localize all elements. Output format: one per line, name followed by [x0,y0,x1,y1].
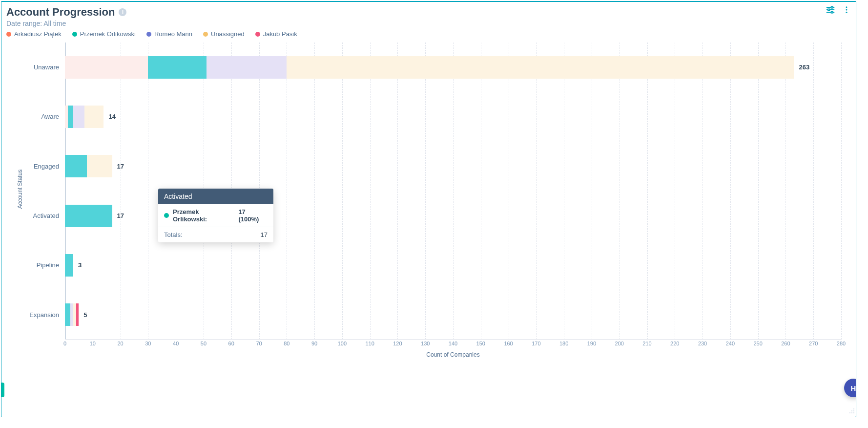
bar-segment[interactable] [68,106,73,128]
bar-total-label: 17 [117,163,124,170]
svg-rect-4 [828,9,829,10]
stacked-bar[interactable] [65,205,112,227]
legend-item[interactable]: Unassigned [203,30,245,38]
legend-label: Jakub Pasik [263,30,297,38]
x-tick-label: 140 [449,341,457,346]
svg-point-10 [851,410,852,411]
tooltip-series-value: 17 (100%) [238,208,268,223]
chart-legend: Arkadiusz PiątekPrzemek OrlikowskiRomeo … [6,30,851,38]
resize-handle-icon[interactable] [848,407,855,416]
x-tick-label: 30 [145,341,151,346]
bar-segment[interactable] [287,56,794,79]
bar-total-label: 3 [78,261,82,269]
legend-label: Arkadiusz Piątek [14,30,62,38]
bar-segment[interactable] [65,155,87,177]
bar-total-label: 263 [799,64,809,71]
tooltip-total-value: 17 [261,231,268,238]
x-tick-label: 0 [63,341,66,346]
svg-point-12 [849,412,850,413]
svg-rect-3 [831,6,833,8]
x-tick-label: 110 [365,341,374,346]
card-title: Account Progression [6,6,115,19]
x-tick-label: 150 [476,341,485,346]
svg-point-6 [846,6,847,8]
x-tick-label: 260 [781,341,790,346]
tooltip-total-label: Totals: [164,231,183,238]
x-tick-label: 230 [698,341,707,346]
x-tick-label: 210 [642,341,651,346]
svg-point-13 [851,412,852,413]
legend-swatch [146,32,151,37]
legend-item[interactable]: Romeo Mann [146,30,192,38]
tooltip-category: Activated [158,189,273,204]
category-label: Unaware [5,64,65,71]
stacked-bar[interactable] [65,106,103,128]
bar-row: Pipeline3 [65,240,841,290]
x-tick-label: 200 [615,341,624,346]
x-tick-label: 280 [837,341,846,346]
legend-item[interactable]: Arkadiusz Piątek [6,30,62,38]
info-icon[interactable]: i [119,8,126,16]
bar-row: Engaged17 [65,142,841,191]
side-tab[interactable] [1,383,4,397]
stacked-bar[interactable] [65,155,112,177]
bar-segment[interactable] [65,254,73,277]
legend-swatch [203,32,208,37]
category-label: Engaged [5,163,65,170]
tooltip-series-row: Przemek Orlikowski: 17 (100%) [164,208,268,223]
x-tick-label: 220 [670,341,679,346]
svg-point-14 [853,412,854,413]
x-tick-label: 40 [173,341,179,346]
category-label: Pipeline [5,261,65,269]
legend-label: Romeo Mann [154,30,192,38]
bar-segment[interactable] [207,56,287,79]
legend-item[interactable]: Przemek Orlikowski [72,30,136,38]
bar-segment[interactable] [84,106,104,128]
chart-area: Account Status Unaware263Aware14Engaged1… [65,43,841,365]
y-axis-title: Account Status [17,170,23,209]
legend-swatch [255,32,260,37]
x-tick-label: 240 [726,341,735,346]
x-tick-label: 100 [338,341,347,346]
chart-tooltip: Activated Przemek Orlikowski: 17 (100%) … [158,189,273,242]
svg-point-8 [846,12,847,13]
help-fab[interactable]: H [844,379,856,397]
tooltip-total-row: Totals: 17 [164,231,268,238]
card-actions [826,5,851,15]
category-label: Expansion [5,311,65,319]
bar-total-label: 14 [108,113,115,120]
bar-segment[interactable] [65,303,70,326]
svg-point-11 [853,410,854,411]
chart-card: Account Progression i Date range: All ti… [1,1,856,417]
x-tick-label: 270 [809,341,818,346]
bar-segment[interactable] [65,56,148,79]
x-tick-label: 160 [504,341,513,346]
svg-point-7 [846,9,847,11]
stacked-bar[interactable] [65,254,73,277]
bar-total-label: 17 [117,212,124,219]
x-tick-label: 10 [90,341,96,346]
x-tick-label: 90 [311,341,317,346]
bar-total-label: 5 [83,311,87,319]
bar-row: Unaware263 [65,43,841,92]
bar-segment[interactable] [65,205,112,227]
stacked-bar[interactable] [65,56,794,79]
x-tick-label: 180 [559,341,568,346]
bar-segment[interactable] [76,303,79,326]
x-tick-label: 80 [284,341,289,346]
tooltip-series-name: Przemek Orlikowski [173,208,205,223]
x-tick-label: 70 [256,341,262,346]
gridline [841,43,842,340]
legend-label: Unassigned [211,30,245,38]
bar-segment[interactable] [87,155,112,177]
x-tick-label: 50 [201,341,207,346]
x-tick-label: 130 [421,341,430,346]
x-axis-title: Count of Companies [65,351,841,358]
legend-item[interactable]: Jakub Pasik [255,30,297,38]
bar-segment[interactable] [73,106,84,128]
bar-segment[interactable] [148,56,206,79]
x-axis-ticks: 0102030405060708090100110120130140150160… [65,340,841,350]
filter-settings-icon[interactable] [826,5,835,15]
stacked-bar[interactable] [65,303,79,326]
more-menu-icon[interactable] [842,5,851,15]
